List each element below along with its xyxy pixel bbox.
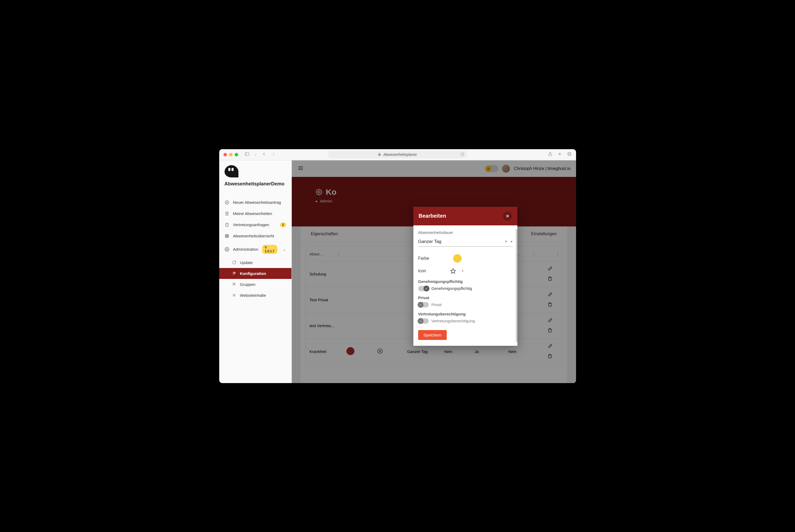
svg-rect-17 [225,236,227,238]
sidebar-item-site-contents[interactable]: Websiteinhalte [219,290,291,301]
sidebar-item-label: Websiteinhalte [240,293,266,298]
close-button[interactable] [503,211,512,221]
duration-select[interactable]: Ganzer Tag ✕ ▾ [418,238,512,247]
sidebar-item-label: Abwesenheitsübersicht [233,234,274,238]
sidebar-item-update[interactable]: Update [219,257,291,268]
sidebar-item-label: Meine Abwesenheiten [233,211,272,216]
lock-icon [378,152,381,157]
svg-rect-16 [227,234,228,236]
privat-section-label: Privat [418,296,512,300]
svg-marker-48 [451,268,455,273]
sidebar-item-label: Vertretungsanfragen [233,223,269,227]
share-icon[interactable] [548,152,553,157]
sidebar-item-label: Administration [233,247,258,251]
window-close-icon[interactable] [223,153,227,156]
sidebar-item-configuration[interactable]: Konfiguration [219,268,291,279]
sidebar: AbwesenheitsplanerDemo Neuer Abwesenheit… [219,160,292,383]
sidebar-item-administration[interactable]: Administration V 1.0.1.7 ⌄ [219,242,291,257]
icon-label: Icon [418,268,426,273]
chevron-down-icon[interactable]: ⌄ [254,153,257,156]
sidebar-item-label: Update [240,260,253,265]
color-label: Farbe [418,256,429,261]
url-bar[interactable]: Abwesenheitsplaner [328,151,467,158]
tabs-overview-icon[interactable] [567,152,572,157]
dropdown-icon[interactable]: ▾ [511,240,512,244]
app-name: AbwesenheitsplanerDemo [224,181,286,187]
sidebar-item-new-request[interactable]: Neuer Abwesenheitsantrag [219,197,291,208]
sidebar-item-groups[interactable]: Gruppen [219,279,291,290]
vertr-section-label: Vertretungsberechtigung [418,312,512,316]
dropdown-icon: ▾ [462,269,464,273]
privat-toggle[interactable]: − [418,302,429,307]
vertr-toggle-label: Vertretungsberechtigung [432,319,475,323]
sidebar-toggle-icon[interactable] [245,152,249,157]
svg-point-22 [234,283,235,284]
svg-rect-5 [568,153,571,156]
new-tab-icon[interactable] [557,152,562,157]
back-icon[interactable] [261,152,267,157]
sidebar-item-label: Neuer Abwesenheitsantrag [233,200,281,205]
clear-icon[interactable]: ✕ [505,240,507,244]
svg-point-20 [233,272,234,273]
svg-rect-6 [568,152,571,155]
privat-toggle-label: Privat [432,302,441,307]
window-minimize-icon[interactable] [229,153,233,156]
dialog-title: Bearbeiten [419,213,446,219]
svg-rect-15 [225,234,227,236]
browser-titlebar: ⌄ Abwesenheitsplaner [219,149,576,160]
svg-rect-10 [225,212,228,215]
reload-icon[interactable] [460,152,464,157]
duration-label: Abwesenheitsdauer [418,230,512,235]
forward-icon[interactable] [271,152,276,157]
color-swatch[interactable] [453,254,462,263]
approve-section-label: Genehmigungspflichtig [418,279,512,284]
scrollbar[interactable] [516,229,517,342]
approve-toggle-label: Genehmigungspflichtig [432,286,472,291]
version-badge: V 1.0.1.7 [262,245,277,254]
minus-icon: − [419,319,421,323]
edit-dialog: Bearbeiten Abwesenheitsdauer Ganzer Tag … [413,207,517,346]
chevron-down-icon: ⌄ [283,247,286,252]
icon-select[interactable]: ▾ [450,268,464,274]
sidebar-item-label: Gruppen [240,282,255,287]
star-icon [450,268,456,274]
approve-toggle[interactable]: ✓ [418,286,429,291]
sidebar-item-label: Konfiguration [240,271,266,276]
window-zoom-icon[interactable] [235,153,238,156]
sidebar-item-substitution-requests[interactable]: Vertretungsanfragen 2 [219,219,291,230]
svg-point-21 [233,283,234,284]
svg-point-19 [226,249,228,250]
svg-rect-13 [225,223,228,226]
check-icon: ✓ [425,287,428,290]
vertr-toggle[interactable]: − [418,318,429,324]
page-title: Abwesenheitsplaner [383,152,417,157]
sidebar-item-overview[interactable]: Abwesenheitsübersicht [219,230,291,242]
svg-rect-0 [245,152,249,156]
app-logo-icon [224,165,238,177]
sidebar-item-my-absences[interactable]: Meine Abwesenheiten [219,208,291,219]
save-button[interactable]: Speichern [418,330,447,340]
duration-value: Ganzer Tag [418,239,441,244]
minus-icon: − [419,303,421,307]
badge-count: 2 [280,223,286,227]
svg-rect-18 [227,236,228,238]
